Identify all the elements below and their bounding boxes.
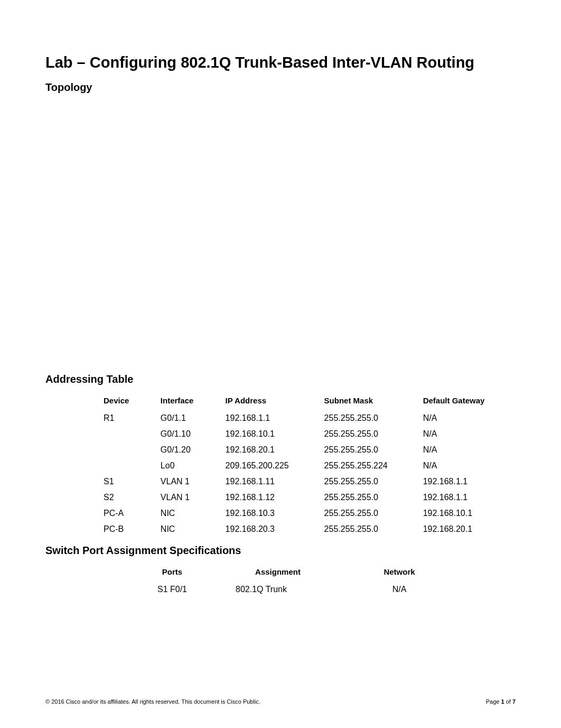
section-heading-topology: Topology xyxy=(45,81,516,94)
cell-ip: 192.168.1.1 xyxy=(226,410,324,426)
cell-gateway: 192.168.1.1 xyxy=(423,474,516,490)
col-gateway: Default Gateway xyxy=(423,393,516,410)
table-header-row: Ports Assignment Network xyxy=(130,564,457,583)
cell-ip: 192.168.10.1 xyxy=(226,426,324,442)
table-row: PC-B NIC 192.168.20.3 255.255.255.0 192.… xyxy=(104,521,516,537)
cell-mask: 255.255.255.0 xyxy=(324,410,423,426)
table-row: S1 VLAN 1 192.168.1.11 255.255.255.0 192… xyxy=(104,474,516,490)
cell-mask: 255.255.255.0 xyxy=(324,490,423,505)
table-header-row: Device Interface IP Address Subnet Mask … xyxy=(104,393,516,410)
cell-interface: G0/1.10 xyxy=(161,426,226,442)
addressing-table: Device Interface IP Address Subnet Mask … xyxy=(104,393,516,537)
cell-mask: 255.255.255.224 xyxy=(324,458,423,474)
cell-interface: Lo0 xyxy=(161,458,226,474)
col-interface: Interface xyxy=(161,393,226,410)
cell-gateway: N/A xyxy=(423,458,516,474)
table-row: S2 VLAN 1 192.168.1.12 255.255.255.0 192… xyxy=(104,490,516,505)
cell-gateway: 192.168.1.1 xyxy=(423,490,516,505)
col-network: Network xyxy=(341,564,457,583)
table-row: G0/1.20 192.168.20.1 255.255.255.0 N/A xyxy=(104,442,516,458)
cell-mask: 255.255.255.0 xyxy=(324,505,423,521)
page-footer: © 2016 Cisco and/or its affiliates. All … xyxy=(45,698,516,705)
table-row: G0/1.10 192.168.10.1 255.255.255.0 N/A xyxy=(104,426,516,442)
cell-assignment: 802.1Q Trunk xyxy=(214,583,341,597)
cell-interface: G0/1.1 xyxy=(161,410,226,426)
cell-device: S1 xyxy=(104,474,161,490)
cell-ip: 192.168.10.3 xyxy=(226,505,324,521)
col-device: Device xyxy=(104,393,161,410)
cell-interface: NIC xyxy=(161,521,226,537)
cell-device: PC-B xyxy=(104,521,161,537)
table-row: Lo0 209.165.200.225 255.255.255.224 N/A xyxy=(104,458,516,474)
col-assignment: Assignment xyxy=(214,564,341,583)
cell-mask: 255.255.255.0 xyxy=(324,426,423,442)
cell-ip: 192.168.1.11 xyxy=(226,474,324,490)
cell-device: S2 xyxy=(104,490,161,505)
cell-ip: 209.165.200.225 xyxy=(226,458,324,474)
col-ip: IP Address xyxy=(226,393,324,410)
cell-gateway: 192.168.20.1 xyxy=(423,521,516,537)
cell-mask: 255.255.255.0 xyxy=(324,442,423,458)
cell-gateway: N/A xyxy=(423,426,516,442)
cell-gateway: N/A xyxy=(423,410,516,426)
cell-gateway: 192.168.10.1 xyxy=(423,505,516,521)
cell-ip: 192.168.20.3 xyxy=(226,521,324,537)
table-row: S1 F0/1 802.1Q Trunk N/A xyxy=(130,583,457,597)
cell-interface: VLAN 1 xyxy=(161,474,226,490)
spec-table: Ports Assignment Network S1 F0/1 802.1Q … xyxy=(130,564,457,597)
cell-mask: 255.255.255.0 xyxy=(324,521,423,537)
table-row: R1 G0/1.1 192.168.1.1 255.255.255.0 N/A xyxy=(104,410,516,426)
cell-device: PC-A xyxy=(104,505,161,521)
table-row: PC-A NIC 192.168.10.3 255.255.255.0 192.… xyxy=(104,505,516,521)
col-mask: Subnet Mask xyxy=(324,393,423,410)
cell-ip: 192.168.20.1 xyxy=(226,442,324,458)
section-heading-addressing: Addressing Table xyxy=(45,373,516,385)
page-title: Lab – Configuring 802.1Q Trunk-Based Int… xyxy=(45,53,516,72)
cell-device: R1 xyxy=(104,410,161,426)
cell-device xyxy=(104,442,161,458)
cell-interface: NIC xyxy=(161,505,226,521)
cell-ip: 192.168.1.12 xyxy=(226,490,324,505)
footer-copyright: © 2016 Cisco and/or its affiliates. All … xyxy=(45,698,260,705)
cell-interface: G0/1.20 xyxy=(161,442,226,458)
footer-page-number: Page 1 of 7 xyxy=(486,698,516,705)
cell-device xyxy=(104,426,161,442)
footer-page-total: 7 xyxy=(512,698,516,705)
footer-page-of: of xyxy=(504,698,512,705)
cell-gateway: N/A xyxy=(423,442,516,458)
cell-interface: VLAN 1 xyxy=(161,490,226,505)
document-page: Lab – Configuring 802.1Q Trunk-Based Int… xyxy=(0,0,561,728)
cell-mask: 255.255.255.0 xyxy=(324,474,423,490)
section-heading-specs: Switch Port Assignment Specifications xyxy=(45,545,516,557)
cell-ports: S1 F0/1 xyxy=(130,583,214,597)
footer-page-prefix: Page xyxy=(486,698,501,705)
col-ports: Ports xyxy=(130,564,214,583)
cell-network: N/A xyxy=(341,583,457,597)
cell-device xyxy=(104,458,161,474)
topology-diagram-placeholder xyxy=(45,101,516,373)
